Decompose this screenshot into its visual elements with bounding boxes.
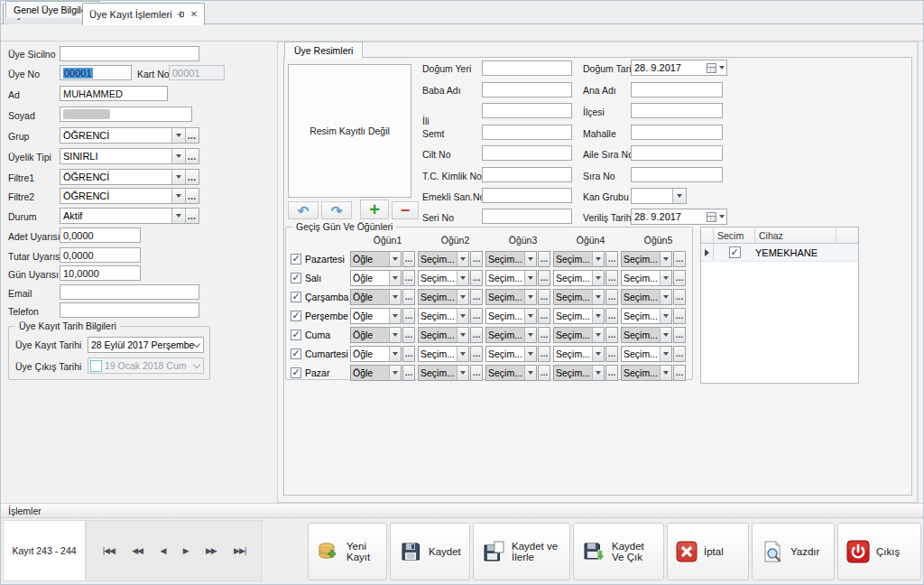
meal-combo[interactable]: Seçim...: [485, 327, 537, 343]
kaydet-button[interactable]: Kaydet: [390, 523, 470, 580]
day-checkbox[interactable]: ✓: [291, 348, 301, 359]
ellipsis-button[interactable]: …: [185, 128, 199, 143]
uye-sicilno-input[interactable]: [60, 46, 199, 61]
meal-combo[interactable]: Seçim...: [553, 327, 605, 343]
ellipsis-button[interactable]: …: [185, 189, 199, 203]
photo-next-button[interactable]: ↷: [321, 201, 352, 219]
meal-ellipsis-button[interactable]: …: [538, 365, 550, 381]
meal-ellipsis-button[interactable]: …: [605, 365, 618, 381]
dropdown-arrow-icon[interactable]: [389, 328, 401, 342]
device-row[interactable]: ✓ YEMEKHANE: [701, 244, 858, 262]
chevron-down-icon[interactable]: [194, 358, 203, 373]
ili-input[interactable]: [482, 103, 572, 118]
nav-first-button[interactable]: |◀◀: [103, 546, 115, 555]
dropdown-arrow-icon[interactable]: [592, 347, 604, 361]
meal-ellipsis-button[interactable]: …: [605, 308, 618, 324]
kaydet-ve-ilerle-button[interactable]: Kaydet ve İlerle: [473, 523, 570, 580]
uye-no-input[interactable]: 00001: [60, 65, 132, 80]
emekli-san-no-input[interactable]: [482, 188, 572, 203]
meal-combo[interactable]: Öğle: [350, 251, 402, 267]
iptal-button[interactable]: İptal: [667, 523, 749, 580]
tab-uye-resimleri[interactable]: Üye Resimleri: [284, 42, 363, 58]
filtre2-combo[interactable]: ÖĞRENCİ …: [60, 188, 199, 204]
dropdown-arrow-icon[interactable]: [389, 252, 401, 266]
dropdown-arrow-icon[interactable]: [457, 366, 468, 380]
pin-icon[interactable]: [177, 10, 186, 19]
dropdown-arrow-icon[interactable]: [524, 366, 536, 380]
dropdown-arrow-icon[interactable]: [389, 347, 401, 361]
tc-kimlik-no-input[interactable]: [482, 167, 572, 182]
dropdown-arrow-icon[interactable]: [524, 328, 536, 342]
calendar-icon[interactable]: [707, 60, 726, 75]
dropdown-arrow-icon[interactable]: [660, 290, 671, 304]
meal-combo[interactable]: Seçim...: [418, 289, 469, 305]
day-checkbox[interactable]: ✓: [291, 292, 301, 302]
meal-ellipsis-button[interactable]: …: [673, 251, 686, 267]
secim-column-header[interactable]: Secim: [714, 228, 755, 243]
meal-combo[interactable]: Seçim...: [418, 251, 469, 267]
meal-ellipsis-button[interactable]: …: [605, 289, 618, 305]
dogum-yeri-input[interactable]: [482, 60, 572, 76]
dropdown-arrow-icon[interactable]: [592, 271, 604, 285]
nav-prev-button[interactable]: ◀: [160, 546, 165, 555]
dropdown-arrow-icon[interactable]: [524, 290, 536, 304]
meal-ellipsis-button[interactable]: …: [538, 251, 550, 267]
nav-prev-page-button[interactable]: ◀◀: [132, 546, 143, 555]
ellipsis-button[interactable]: …: [185, 149, 199, 163]
meal-ellipsis-button[interactable]: …: [673, 365, 686, 381]
meal-combo[interactable]: Öğle: [350, 270, 402, 286]
meal-ellipsis-button[interactable]: …: [538, 327, 550, 343]
meal-ellipsis-button[interactable]: …: [605, 251, 618, 267]
email-input[interactable]: [60, 284, 199, 300]
meal-combo[interactable]: Öğle: [350, 308, 402, 324]
dropdown-arrow-icon[interactable]: [457, 271, 468, 285]
dropdown-arrow-icon[interactable]: [660, 366, 671, 380]
meal-ellipsis-button[interactable]: …: [673, 327, 686, 343]
dropdown-arrow-icon[interactable]: [389, 290, 401, 304]
meal-combo[interactable]: Seçim...: [553, 308, 605, 324]
islemler-bar[interactable]: İşlemler: [1, 503, 924, 518]
dropdown-arrow-icon[interactable]: [457, 252, 468, 266]
meal-combo[interactable]: Seçim...: [621, 251, 672, 267]
dogum-tarihi-date[interactable]: 28. 9.2017: [631, 60, 727, 76]
day-checkbox[interactable]: ✓: [291, 311, 301, 321]
mahalle-input[interactable]: [631, 125, 723, 140]
dropdown-arrow-icon[interactable]: [389, 366, 401, 380]
dropdown-arrow-icon[interactable]: [672, 189, 686, 203]
dropdown-arrow-icon[interactable]: [171, 170, 185, 184]
day-checkbox[interactable]: ✓: [291, 367, 301, 378]
meal-combo[interactable]: Seçim...: [621, 346, 672, 362]
dropdown-arrow-icon[interactable]: [660, 252, 671, 266]
tab-uye-kayit-islemleri[interactable]: Üye Kayıt İşlemleri ✕: [82, 3, 205, 25]
meal-ellipsis-button[interactable]: …: [538, 346, 550, 362]
close-icon[interactable]: ✕: [190, 10, 198, 19]
meal-combo[interactable]: Seçim...: [485, 346, 537, 362]
dropdown-arrow-icon[interactable]: [171, 209, 185, 223]
nav-next-button[interactable]: ▶: [183, 546, 189, 555]
dropdown-arrow-icon[interactable]: [389, 309, 401, 323]
nav-next-page-button[interactable]: ▶▶: [206, 546, 217, 555]
meal-ellipsis-button[interactable]: …: [402, 346, 415, 362]
meal-combo[interactable]: Seçim...: [485, 289, 537, 305]
dropdown-arrow-icon[interactable]: [592, 366, 604, 380]
meal-combo[interactable]: Seçim...: [418, 365, 469, 381]
dropdown-arrow-icon[interactable]: [171, 189, 185, 203]
meal-combo[interactable]: Seçim...: [553, 289, 605, 305]
meal-combo[interactable]: Seçim...: [485, 365, 537, 381]
dropdown-arrow-icon[interactable]: [592, 290, 604, 304]
photo-prev-button[interactable]: ↶: [288, 201, 319, 219]
meal-combo[interactable]: Öğle: [350, 289, 402, 305]
chevron-down-icon[interactable]: [194, 338, 203, 352]
meal-ellipsis-button[interactable]: …: [402, 289, 415, 305]
meal-combo[interactable]: Seçim...: [485, 251, 537, 267]
uye-cikis-tarihi-combo[interactable]: 19 Ocak 2018 Cum: [88, 358, 204, 374]
meal-ellipsis-button[interactable]: …: [402, 251, 415, 267]
meal-combo[interactable]: Seçim...: [553, 251, 605, 267]
yeni-kayit-button[interactable]: Yeni Kayıt: [308, 523, 387, 580]
meal-combo[interactable]: Seçim...: [485, 308, 537, 324]
meal-combo[interactable]: Seçim...: [621, 365, 672, 381]
meal-combo[interactable]: Seçim...: [418, 327, 469, 343]
gun-uyarisi-input[interactable]: 10,0000: [60, 265, 141, 281]
kan-grubu-combo[interactable]: [631, 188, 687, 204]
kaydet-ve-cik-button[interactable]: Kaydet Ve Çık: [573, 523, 664, 580]
